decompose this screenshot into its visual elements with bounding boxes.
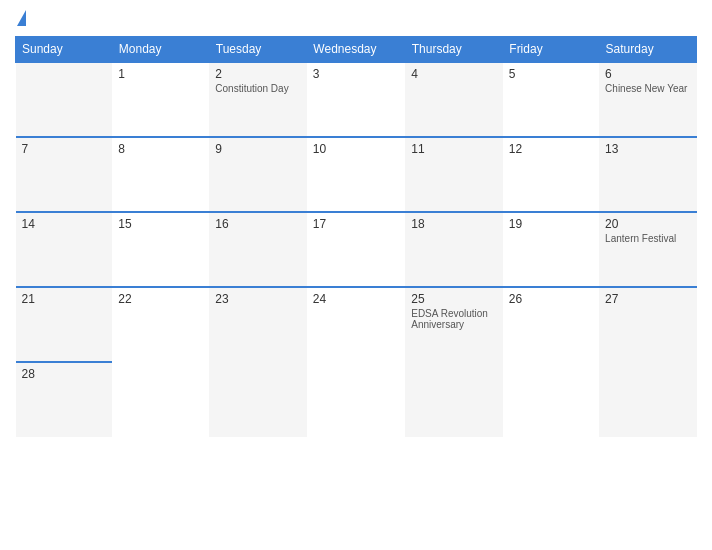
calendar-week-row: 14151617181920Lantern Festival	[16, 212, 697, 287]
calendar-cell: 13	[599, 137, 696, 212]
calendar-week-row: 28	[16, 362, 697, 437]
calendar-cell: 27	[599, 287, 696, 362]
weekday-header-thursday: Thursday	[405, 37, 503, 63]
day-number: 12	[509, 142, 593, 156]
calendar-cell: 18	[405, 212, 503, 287]
day-number: 1	[118, 67, 203, 81]
calendar-table: SundayMondayTuesdayWednesdayThursdayFrid…	[15, 36, 697, 437]
calendar-cell: 20Lantern Festival	[599, 212, 696, 287]
day-number: 4	[411, 67, 497, 81]
weekday-header-monday: Monday	[112, 37, 209, 63]
calendar-week-row: 2122232425EDSA Revolution Anniversary262…	[16, 287, 697, 362]
calendar-cell: 19	[503, 212, 599, 287]
calendar-cell: 23	[209, 287, 307, 362]
weekday-header-row: SundayMondayTuesdayWednesdayThursdayFrid…	[16, 37, 697, 63]
calendar-cell: 8	[112, 137, 209, 212]
calendar-cell	[307, 362, 405, 437]
weekday-header-tuesday: Tuesday	[209, 37, 307, 63]
day-number: 5	[509, 67, 593, 81]
day-number: 23	[215, 292, 301, 306]
calendar-cell: 26	[503, 287, 599, 362]
weekday-header-sunday: Sunday	[16, 37, 113, 63]
calendar-cell: 4	[405, 62, 503, 137]
calendar-cell: 6Chinese New Year	[599, 62, 696, 137]
day-number: 25	[411, 292, 497, 306]
calendar-cell	[16, 62, 113, 137]
calendar-cell	[503, 362, 599, 437]
calendar-cell: 11	[405, 137, 503, 212]
day-number: 9	[215, 142, 301, 156]
calendar-body: 12Constitution Day3456Chinese New Year78…	[16, 62, 697, 437]
event-name: Lantern Festival	[605, 233, 690, 244]
calendar-cell: 2Constitution Day	[209, 62, 307, 137]
day-number: 28	[22, 367, 107, 381]
calendar-cell	[599, 362, 696, 437]
calendar-cell: 14	[16, 212, 113, 287]
day-number: 7	[22, 142, 107, 156]
day-number: 19	[509, 217, 593, 231]
day-number: 17	[313, 217, 399, 231]
event-name: EDSA Revolution Anniversary	[411, 308, 497, 330]
calendar-cell: 1	[112, 62, 209, 137]
event-name: Chinese New Year	[605, 83, 690, 94]
day-number: 22	[118, 292, 203, 306]
day-number: 21	[22, 292, 107, 306]
header	[15, 10, 697, 26]
calendar-cell: 12	[503, 137, 599, 212]
calendar-header: SundayMondayTuesdayWednesdayThursdayFrid…	[16, 37, 697, 63]
calendar-cell: 3	[307, 62, 405, 137]
day-number: 26	[509, 292, 593, 306]
day-number: 15	[118, 217, 203, 231]
logo	[15, 10, 26, 26]
day-number: 13	[605, 142, 690, 156]
day-number: 16	[215, 217, 301, 231]
day-number: 14	[22, 217, 107, 231]
day-number: 11	[411, 142, 497, 156]
calendar-week-row: 12Constitution Day3456Chinese New Year	[16, 62, 697, 137]
event-name: Constitution Day	[215, 83, 301, 94]
day-number: 3	[313, 67, 399, 81]
day-number: 8	[118, 142, 203, 156]
calendar-week-row: 78910111213	[16, 137, 697, 212]
page: SundayMondayTuesdayWednesdayThursdayFrid…	[0, 0, 712, 550]
day-number: 18	[411, 217, 497, 231]
calendar-cell	[405, 362, 503, 437]
day-number: 24	[313, 292, 399, 306]
calendar-cell: 5	[503, 62, 599, 137]
logo-triangle-icon	[17, 10, 26, 26]
day-number: 27	[605, 292, 690, 306]
day-number: 6	[605, 67, 690, 81]
weekday-header-friday: Friday	[503, 37, 599, 63]
calendar-cell: 15	[112, 212, 209, 287]
weekday-header-wednesday: Wednesday	[307, 37, 405, 63]
calendar-cell: 28	[16, 362, 113, 437]
calendar-cell	[209, 362, 307, 437]
calendar-cell: 24	[307, 287, 405, 362]
calendar-cell: 10	[307, 137, 405, 212]
day-number: 10	[313, 142, 399, 156]
calendar-cell: 22	[112, 287, 209, 362]
day-number: 20	[605, 217, 690, 231]
calendar-cell: 16	[209, 212, 307, 287]
calendar-cell: 21	[16, 287, 113, 362]
weekday-header-saturday: Saturday	[599, 37, 696, 63]
calendar-cell: 25EDSA Revolution Anniversary	[405, 287, 503, 362]
calendar-cell: 17	[307, 212, 405, 287]
calendar-cell: 7	[16, 137, 113, 212]
calendar-cell: 9	[209, 137, 307, 212]
calendar-cell	[112, 362, 209, 437]
day-number: 2	[215, 67, 301, 81]
